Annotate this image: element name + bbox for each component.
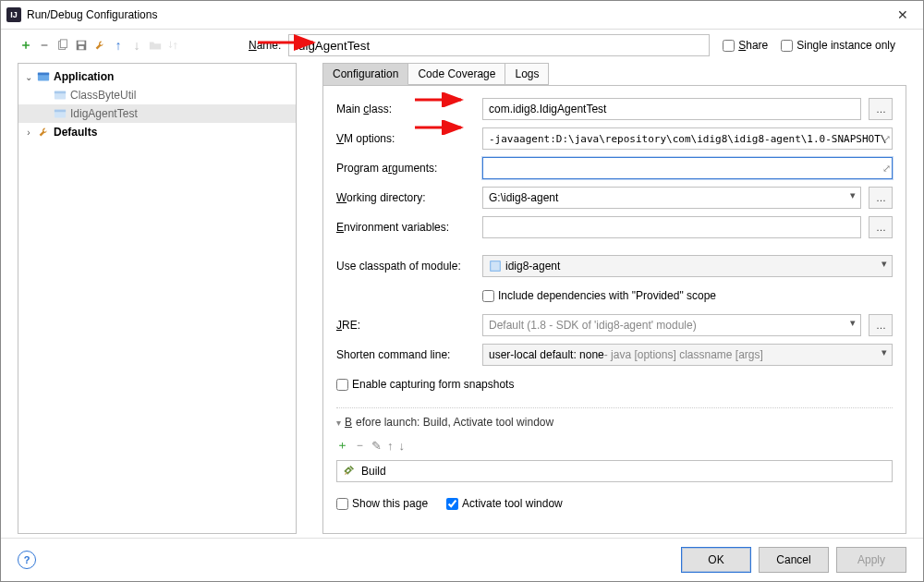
show-this-page-checkbox[interactable]: Show this page <box>336 497 428 510</box>
shorten-cmd-select[interactable]: user-local default: none - java [options… <box>482 344 893 366</box>
cancel-button[interactable]: Cancel <box>759 547 829 573</box>
chevron-right-icon[interactable]: › <box>24 127 33 138</box>
shorten-cmd-value: user-local default: none <box>489 348 604 361</box>
share-checkbox[interactable]: Share <box>723 39 768 52</box>
tree-label: Application <box>54 70 114 83</box>
working-dir-input[interactable] <box>482 187 861 209</box>
wrench-icon <box>37 126 50 139</box>
before-launch-item[interactable]: Build <box>336 460 893 482</box>
tree-label: Defaults <box>54 126 97 139</box>
edit-task-icon[interactable]: ✎ <box>371 439 382 453</box>
chevron-down-icon[interactable]: ▾ <box>336 418 341 428</box>
chevron-down-icon[interactable]: ⌄ <box>24 72 33 82</box>
svg-rect-8 <box>55 91 66 94</box>
tree-item-label: IdigAgentTest <box>70 107 138 120</box>
tree-item-label: ClassByteUtil <box>70 89 136 102</box>
main-class-label: Main class: <box>336 103 475 115</box>
classpath-module-select[interactable]: idig8-agent <box>482 255 893 277</box>
browse-env-button[interactable]: … <box>869 216 893 238</box>
tree-node-item[interactable]: IdigAgentTest <box>18 104 296 123</box>
before-launch-section[interactable]: ▾ Before launch: Build, Activate tool wi… <box>336 416 893 429</box>
jre-label: JRE: <box>336 319 475 332</box>
config-tree[interactable]: ⌄ Application ClassByteUtil IdigAgentTes… <box>18 63 297 534</box>
tab-panel-configuration: Main class: … VM options: ⤢ Program argu… <box>322 85 906 534</box>
working-dir-label: Working directory: <box>336 191 475 204</box>
app-icon: IJ <box>6 7 21 22</box>
move-up-icon[interactable]: ↑ <box>110 37 127 54</box>
env-vars-input[interactable] <box>482 216 861 238</box>
dialog-title: Run/Debug Configurations <box>27 8 888 21</box>
right-panel: Configuration Code Coverage Logs Main cl… <box>304 59 923 538</box>
env-vars-label: Environment variables: <box>336 221 475 234</box>
tab-logs[interactable]: Logs <box>505 64 548 85</box>
tree-node-application[interactable]: ⌄ Application <box>18 67 296 86</box>
svg-rect-10 <box>55 110 66 113</box>
ok-button[interactable]: OK <box>681 547 751 573</box>
tree-node-item[interactable]: ClassByteUtil <box>18 86 296 104</box>
move-down-icon[interactable]: ↓ <box>128 37 145 54</box>
application-icon <box>54 89 67 102</box>
dialog-body: ⌄ Application ClassByteUtil IdigAgentTes… <box>1 59 923 538</box>
before-launch-item-label: Build <box>361 465 386 478</box>
classpath-module-value: idig8-agent <box>505 260 560 273</box>
vm-options-label: VM options: <box>336 132 475 145</box>
application-icon <box>54 107 67 120</box>
svg-rect-4 <box>79 46 83 50</box>
shorten-cmd-label: Shorten command line: <box>336 348 475 361</box>
close-icon[interactable]: ✕ <box>888 7 918 22</box>
svg-rect-14 <box>491 261 501 272</box>
dialog-window: IJ Run/Debug Configurations ✕ ＋ － ↑ ↓ Na… <box>0 0 924 582</box>
move-up-icon[interactable]: ↑ <box>387 439 394 453</box>
vm-options-input[interactable] <box>482 127 893 150</box>
tab-bar: Configuration Code Coverage Logs <box>322 63 549 85</box>
config-name-input[interactable] <box>288 34 710 56</box>
apply-button[interactable]: Apply <box>836 547 906 573</box>
single-instance-checkbox[interactable]: Single instance only <box>781 39 895 52</box>
module-icon <box>489 260 502 273</box>
classpath-label: Use classpath of module: <box>336 260 475 273</box>
capture-snapshots-checkbox[interactable]: Enable capturing form snapshots <box>336 378 514 391</box>
help-icon[interactable]: ? <box>18 551 36 569</box>
tab-code-coverage[interactable]: Code Coverage <box>408 64 505 85</box>
remove-config-icon[interactable]: － <box>36 37 53 54</box>
activate-tool-window-checkbox[interactable]: Activate tool window <box>446 497 563 510</box>
move-down-icon[interactable]: ↓ <box>399 439 406 453</box>
save-config-icon[interactable] <box>73 37 90 54</box>
build-icon <box>343 464 356 479</box>
include-provided-checkbox[interactable]: Include dependencies with "Provided" sco… <box>482 289 716 302</box>
sort-icon[interactable] <box>165 37 182 54</box>
tab-configuration[interactable]: Configuration <box>323 64 408 85</box>
shorten-cmd-hint: - java [options] classname [args] <box>604 348 763 361</box>
tree-node-defaults[interactable]: › Defaults <box>18 123 296 141</box>
remove-task-icon[interactable]: － <box>354 437 366 454</box>
svg-rect-6 <box>38 73 49 76</box>
svg-rect-3 <box>79 42 85 45</box>
program-args-label: Program arguments: <box>336 162 475 175</box>
dialog-footer: ? OK Cancel Apply <box>1 538 923 581</box>
browse-jre-button[interactable]: … <box>869 314 893 336</box>
copy-config-icon[interactable] <box>55 37 71 54</box>
program-args-input[interactable] <box>482 157 893 179</box>
add-config-icon[interactable]: ＋ <box>18 37 34 54</box>
wrench-icon[interactable] <box>91 37 108 54</box>
main-class-input[interactable] <box>482 98 861 120</box>
application-icon <box>37 70 50 83</box>
name-label: Name: <box>249 39 281 52</box>
add-task-icon[interactable]: ＋ <box>336 437 348 454</box>
top-toolbar: ＋ － ↑ ↓ Name: Share Single instance only <box>1 30 923 59</box>
folder-icon[interactable] <box>147 37 164 54</box>
separator <box>336 407 893 408</box>
jre-select[interactable]: Default (1.8 - SDK of 'idig8-agent' modu… <box>482 314 861 336</box>
title-bar: IJ Run/Debug Configurations ✕ <box>1 1 923 30</box>
browse-main-class-button[interactable]: … <box>869 98 893 120</box>
before-launch-toolbar: ＋ － ✎ ↑ ↓ <box>336 436 893 455</box>
svg-rect-1 <box>60 40 67 48</box>
browse-working-dir-button[interactable]: … <box>869 187 893 209</box>
